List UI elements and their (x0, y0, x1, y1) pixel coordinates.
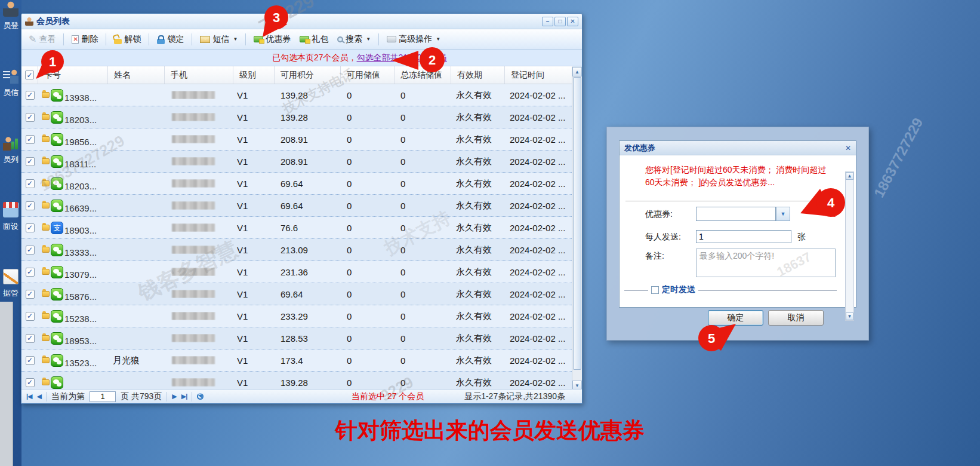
column-header-级别[interactable]: 级别 (233, 66, 275, 84)
sidebar-item-5[interactable]: 据管 (0, 269, 21, 299)
sidebar-item-3[interactable]: 员列 (0, 135, 21, 165)
scroll-up-icon[interactable]: ▲ (572, 67, 582, 76)
column-header-卡号[interactable]: 卡号 (38, 66, 108, 84)
table-row[interactable]: 18903...V176.600永久有效2024-02-02 ... (21, 217, 573, 239)
column-header-有效期[interactable]: 有效期 (451, 66, 505, 84)
window-title: 会员列表 (36, 16, 70, 27)
available-points: 233.29 (275, 311, 341, 321)
toolbar-button-优惠券[interactable]: 优惠券 (251, 32, 293, 47)
toolbar-button-礼包[interactable]: 礼包 (297, 32, 331, 47)
member-phone (165, 356, 233, 364)
table-row[interactable]: 18953...V1128.5300永久有效2024-02-02 ... (21, 327, 573, 350)
column-header-登记时间[interactable]: 登记时间 (505, 66, 573, 84)
column-header-姓名[interactable]: 姓名 (108, 66, 165, 84)
card-number: 16639... (64, 203, 97, 213)
selected-count-text: 已勾选本页27个会员， (272, 53, 357, 63)
table-row[interactable]: 16639...V169.6400永久有效2024-02-02 ... (21, 195, 573, 217)
table-row[interactable]: 18203...V169.6400永久有效2024-02-02 ... (21, 173, 573, 195)
column-header-总冻结储值[interactable]: 总冻结储值 (395, 66, 451, 84)
timed-send-checkbox[interactable] (651, 286, 659, 294)
page-number-input[interactable] (90, 391, 116, 402)
column-header-可用积分[interactable]: 可用积分 (275, 66, 341, 84)
toolbar-button-高级操作[interactable]: 高级操作▼ (384, 32, 443, 47)
table-row[interactable]: 18311...V1208.9100永久有效2024-02-02 ... (21, 151, 573, 173)
table-row[interactable]: 18203...V1139.2800永久有效2024-02-02 ... (21, 106, 573, 128)
toolbar-button-删除[interactable]: 删除 (69, 32, 100, 47)
close-button[interactable]: ✕ (567, 17, 578, 26)
card-number: 18311... (64, 159, 96, 169)
row-checkbox-checked[interactable] (26, 201, 35, 210)
next-page-button[interactable]: ▶ (172, 393, 176, 400)
window-titlebar: 会员列表 – □ ✕ (21, 14, 582, 29)
table-row[interactable]: 13938...V1139.2800永久有效2024-02-02 ... (21, 84, 573, 106)
row-checkbox-checked[interactable] (26, 334, 35, 343)
column-header-手机[interactable]: 手机 (165, 66, 233, 84)
row-checkbox-checked[interactable] (26, 268, 35, 277)
table-row[interactable]: V1139.2800永久有效2024-02-02 ... (21, 372, 573, 390)
sidebar-item-4[interactable]: 面设 (0, 202, 21, 232)
remark-textarea[interactable] (696, 249, 836, 277)
validity: 永久有效 (451, 134, 505, 145)
first-page-button[interactable]: |◀ (26, 393, 32, 400)
member-phone (165, 378, 233, 387)
available-points: 208.91 (275, 134, 341, 145)
row-checkbox-checked[interactable] (26, 91, 35, 100)
prev-page-button[interactable]: ◀ (37, 393, 41, 400)
refresh-icon[interactable] (197, 393, 204, 400)
table-row[interactable]: 13333...V1213.0900永久有效2024-02-02 ... (21, 239, 573, 261)
available-points: 69.64 (275, 201, 341, 211)
row-checkbox-checked[interactable] (26, 290, 35, 299)
toolbar-button-解锁[interactable]: 解锁 (112, 32, 143, 47)
chevron-down-icon[interactable]: ▼ (776, 207, 790, 221)
checkbox-checked-icon[interactable] (25, 70, 34, 79)
row-checkbox-checked[interactable] (26, 246, 35, 255)
column-header-可用储值[interactable]: 可用储值 (341, 66, 395, 84)
timed-send-label: 定时发送 (662, 284, 695, 295)
cancel-button[interactable]: 取消 (768, 310, 824, 326)
scrollbar-thumb[interactable] (573, 77, 581, 370)
table-row[interactable]: 15238...V1233.2900永久有效2024-02-02 ... (21, 305, 573, 327)
folder-lock-icon (42, 158, 50, 164)
sidebar-item-2[interactable]: 员信 (0, 68, 21, 98)
row-checkbox-checked[interactable] (26, 378, 35, 387)
last-page-button[interactable]: ▶| (181, 393, 187, 400)
send-coupon-dialog: 发优惠券 ✕ 您将对[登记时间超过60天未消费； 消费时间超过60天未消费； ]… (619, 140, 856, 308)
delete-icon (72, 35, 79, 44)
row-checkbox-checked[interactable] (26, 135, 35, 144)
row-checkbox-checked[interactable] (26, 157, 35, 166)
maximize-button[interactable]: □ (554, 17, 566, 26)
ok-button[interactable]: 确定 (708, 310, 763, 326)
dialog-close-icon[interactable]: ✕ (845, 144, 851, 152)
scroll-up-icon[interactable]: ▲ (846, 172, 853, 180)
validity: 永久有效 (451, 266, 505, 278)
toolbar-button-查看[interactable]: 查看 (26, 32, 58, 47)
ui-settings-icon (3, 202, 19, 217)
row-checkbox-checked[interactable] (26, 223, 35, 232)
row-checkbox-checked[interactable] (26, 356, 35, 365)
select-all-link[interactable]: 勾选全部共21390个会员 (357, 53, 447, 63)
table-row[interactable]: 13079...V1231.3600永久有效2024-02-02 ... (21, 261, 573, 283)
select-all-checkbox[interactable] (21, 66, 38, 84)
coupon-select[interactable] (696, 207, 776, 221)
table-row[interactable]: 19856...V1208.9100永久有效2024-02-02 ... (21, 128, 573, 151)
register-time: 2024-02-02 ... (505, 355, 573, 366)
wechat-icon (51, 200, 63, 212)
lock-icon (157, 39, 165, 44)
row-checkbox-checked[interactable] (26, 179, 35, 188)
card-number: 15238... (64, 314, 97, 324)
table-row[interactable]: 15876...V169.6400永久有效2024-02-02 ... (21, 283, 573, 305)
member-level: V1 (233, 112, 275, 122)
table-scrollbar[interactable]: ▲ ▼ (572, 67, 582, 390)
toolbar-button-搜索[interactable]: 搜索▼ (335, 32, 373, 47)
table-row[interactable]: 13523...月光狼V1173.400永久有效2024-02-02 ... (21, 350, 573, 372)
per-person-input[interactable] (696, 230, 791, 243)
row-checkbox-checked[interactable] (26, 312, 35, 321)
dialog-scrollbar[interactable]: ▲ ▼ (845, 171, 854, 321)
minimize-button[interactable]: – (542, 17, 553, 26)
sidebar-item-1[interactable]: 员登 (0, 1, 21, 31)
available-stored-value: 0 (341, 355, 395, 366)
toolbar-button-短信[interactable]: 短信▼ (198, 32, 240, 47)
toolbar-button-锁定[interactable]: 锁定 (155, 32, 186, 47)
scroll-down-icon[interactable]: ▼ (846, 312, 853, 320)
row-checkbox-checked[interactable] (26, 113, 35, 122)
